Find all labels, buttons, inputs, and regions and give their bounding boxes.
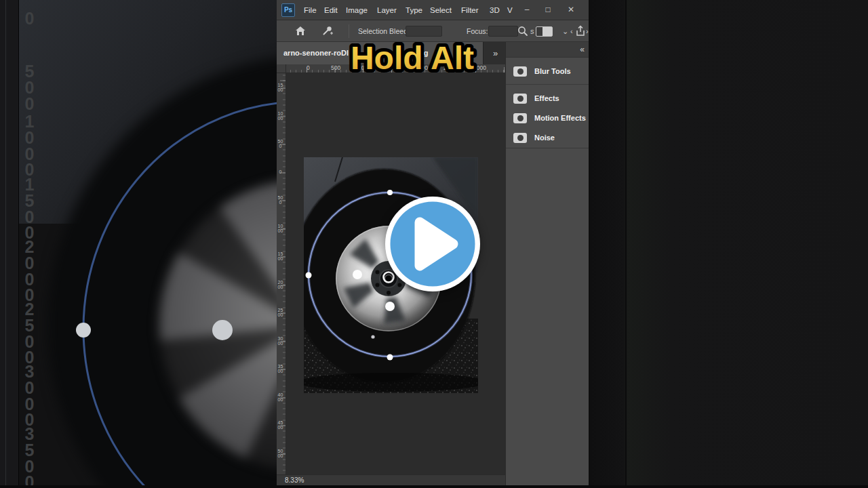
ruler-label: 500 <box>277 195 283 205</box>
maximize-button[interactable]: □ <box>542 0 554 20</box>
angle-left-glyph: ‹ <box>570 20 573 42</box>
blur-gallery-panel: « Blur Tools Effects Motion Effects Nois… <box>505 42 589 485</box>
panel-section-motion-effects[interactable]: Motion Effects <box>506 108 589 128</box>
ruler-label: 1000 <box>277 111 283 121</box>
ruler-label: 4500 <box>277 420 283 430</box>
share-export-icon[interactable] <box>575 25 586 37</box>
panel-collapse-chevrons[interactable]: « <box>580 42 584 58</box>
panel-section-icon <box>513 94 527 104</box>
chevron-down-icon[interactable]: ⌄ <box>562 20 568 42</box>
bg-ruler-label: 1500 <box>20 177 39 241</box>
blur-handle-left[interactable] <box>306 272 312 279</box>
menu-edit[interactable]: Edit <box>324 0 338 20</box>
menu-view-clipped[interactable]: V <box>507 0 513 20</box>
home-icon[interactable] <box>294 25 307 37</box>
video-play-button[interactable] <box>382 193 484 295</box>
ruler-corner <box>277 64 286 73</box>
panel-section-blur-tools[interactable]: Blur Tools <box>506 61 589 81</box>
ruler-label: 1000 <box>277 224 283 233</box>
bg-ruler-label: 3500 <box>20 426 39 488</box>
background-right-line <box>625 0 627 488</box>
title-bar: Ps File Edit Image Layer Type Select Fil… <box>277 0 589 20</box>
background-giant-ruler <box>0 0 19 488</box>
menu-filter[interactable]: Filter <box>461 0 479 20</box>
background-video-left: 0 500 1000 1500 2000 2500 3000 3500 <box>0 0 277 488</box>
menu-3d[interactable]: 3D <box>490 0 500 20</box>
zoom-level: 8.33% <box>285 475 304 485</box>
blur-feather-dot-left[interactable] <box>353 270 362 279</box>
background-bottom-strip <box>0 485 868 488</box>
ruler-label: 2500 <box>277 308 283 317</box>
ruler-label: 1500 <box>277 251 283 261</box>
background-giant-ruler-line <box>5 0 6 488</box>
hold-alt-caption: Hold Alt <box>313 34 511 81</box>
panel-divider <box>506 84 589 85</box>
menu-layer[interactable]: Layer <box>377 0 397 20</box>
status-bar: 8.33% <box>277 474 505 485</box>
close-button[interactable]: ✕ <box>565 0 577 20</box>
panel-section-label: Effects <box>534 94 559 102</box>
photoshop-logo-icon: Ps <box>281 3 295 17</box>
blur-feather-dot-bottom[interactable] <box>385 302 395 311</box>
panel-header: « <box>506 42 589 58</box>
ruler-label: 5000 <box>277 449 283 458</box>
bg-ruler-label: 2000 <box>20 239 39 304</box>
ruler-label: 0 <box>277 169 283 174</box>
ruler-label: 3000 <box>277 336 283 346</box>
left-ruler: 1500 1000 500 0 500 1000 1500 2000 2500 … <box>277 73 286 474</box>
hold-alt-text: Hold Alt <box>351 40 474 76</box>
blur-roundness-knob[interactable] <box>371 335 374 338</box>
menu-select[interactable]: Select <box>430 0 452 20</box>
panel-section-icon <box>513 133 527 143</box>
panel-section-icon <box>513 113 527 123</box>
background-video-right <box>590 0 868 488</box>
menu-file[interactable]: File <box>304 0 317 20</box>
preview-toggle-icon[interactable] <box>536 26 553 37</box>
panel-section-label: Blur Tools <box>534 67 571 75</box>
background-giant-handle-dot <box>76 323 91 338</box>
clipped-label-s: s <box>530 20 534 42</box>
ruler-label: 500 <box>277 139 283 148</box>
panel-section-icon <box>513 66 527 77</box>
bg-ruler-label: 3000 <box>20 364 39 428</box>
screenshot-stage: 0 500 1000 1500 2000 2500 3000 3500 Ps F… <box>0 0 868 488</box>
menu-image[interactable]: Image <box>346 0 368 20</box>
bg-ruler-label: 1000 <box>20 114 39 178</box>
minimize-button[interactable]: – <box>521 0 533 20</box>
bg-ruler-label: 0 <box>20 11 39 27</box>
menu-type[interactable]: Type <box>406 0 422 20</box>
bg-ruler-label: 2500 <box>20 302 39 366</box>
background-giant-feather-dot <box>212 320 233 340</box>
search-icon[interactable] <box>517 26 528 37</box>
ruler-label: 4000 <box>277 392 283 402</box>
blur-handle-bottom[interactable] <box>387 354 393 361</box>
background-giant-blur-ellipse <box>0 0 277 488</box>
angle-right-glyph: › <box>586 20 589 42</box>
ruler-label: 0 <box>307 64 310 72</box>
ruler-label: 1500 <box>277 83 283 92</box>
panel-section-label: Noise <box>534 134 555 142</box>
ruler-label: 3500 <box>277 364 283 373</box>
panel-section-noise[interactable]: Noise <box>506 127 589 148</box>
panel-section-effects[interactable]: Effects <box>506 88 589 108</box>
panel-divider <box>506 148 589 148</box>
panel-section-label: Motion Effects <box>534 114 586 122</box>
ruler-label: 2000 <box>277 280 283 289</box>
bg-ruler-label: 500 <box>20 64 39 112</box>
